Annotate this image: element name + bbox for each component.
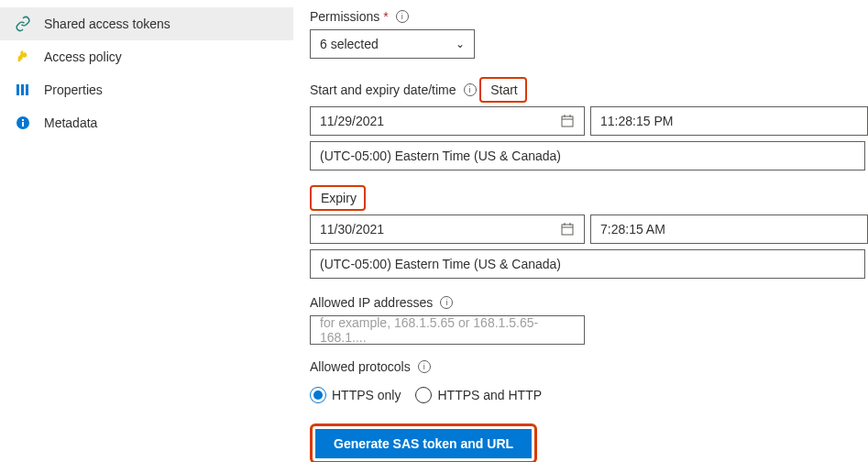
sidebar: Shared access tokens Access policy Prope… <box>0 0 293 462</box>
start-label-highlight: Start <box>479 77 527 103</box>
start-timezone-select[interactable]: (UTC-05:00) Eastern Time (US & Canada) <box>310 141 865 170</box>
link-icon <box>15 16 31 32</box>
info-icon[interactable]: i <box>464 83 477 96</box>
info-icon[interactable]: i <box>440 296 453 309</box>
info-icon[interactable]: i <box>418 360 431 373</box>
expiry-timezone-select[interactable]: (UTC-05:00) Eastern Time (US & Canada) <box>310 249 865 279</box>
calendar-icon <box>560 222 575 236</box>
sidebar-item-label: Metadata <box>44 116 97 130</box>
info-circle-icon <box>15 115 31 131</box>
start-label: Start <box>490 82 518 97</box>
key-icon <box>15 49 31 65</box>
sidebar-item-access-policy[interactable]: Access policy <box>0 40 293 73</box>
svg-rect-4 <box>22 122 24 126</box>
permissions-select[interactable]: 6 selected ⌄ <box>310 29 475 59</box>
radio-checked-icon <box>310 387 326 403</box>
protocols-label: Allowed protocols i <box>310 359 431 374</box>
sidebar-item-metadata[interactable]: Metadata <box>0 106 293 139</box>
start-time-input[interactable]: 11:28:15 PM <box>590 106 868 136</box>
sidebar-item-properties[interactable]: Properties <box>0 73 293 106</box>
expiry-label-highlight: Expiry <box>310 185 366 211</box>
svg-rect-10 <box>562 225 573 235</box>
svg-rect-1 <box>21 84 24 95</box>
svg-rect-6 <box>562 116 573 126</box>
allowed-ip-input[interactable]: for example, 168.1.5.65 or 168.1.5.65-16… <box>310 315 585 345</box>
permissions-value: 6 selected <box>320 37 379 51</box>
sidebar-item-label: Shared access tokens <box>44 16 170 31</box>
expiry-date-input[interactable]: 11/30/2021 <box>310 214 585 244</box>
ip-label: Allowed IP addresses i <box>310 295 453 310</box>
chevron-down-icon: ⌄ <box>456 38 465 50</box>
svg-rect-0 <box>16 84 19 95</box>
generate-button-highlight: Generate SAS token and URL <box>310 424 537 462</box>
sidebar-item-label: Access policy <box>44 50 122 64</box>
dates-label: Start and expiry date/time i <box>310 82 477 97</box>
generate-sas-button[interactable]: Generate SAS token and URL <box>315 429 532 458</box>
start-date-input[interactable]: 11/29/2021 <box>310 106 585 136</box>
main-panel: Permissions* i 6 selected ⌄ Start and ex… <box>293 0 868 462</box>
properties-icon <box>15 82 31 98</box>
expiry-label: Expiry <box>321 191 357 205</box>
sidebar-item-shared-access-tokens[interactable]: Shared access tokens <box>0 7 293 40</box>
protocol-https-http-radio[interactable]: HTTPS and HTTP <box>415 387 542 403</box>
calendar-icon <box>560 114 575 128</box>
expiry-time-input[interactable]: 7:28:15 AM <box>590 214 868 244</box>
radio-icon <box>415 387 432 403</box>
svg-rect-2 <box>26 84 28 95</box>
sidebar-item-label: Properties <box>44 82 103 97</box>
protocol-https-only-radio[interactable]: HTTPS only <box>310 387 401 403</box>
svg-rect-5 <box>22 119 24 121</box>
info-icon[interactable]: i <box>396 10 409 23</box>
permissions-label: Permissions* i <box>310 9 409 24</box>
